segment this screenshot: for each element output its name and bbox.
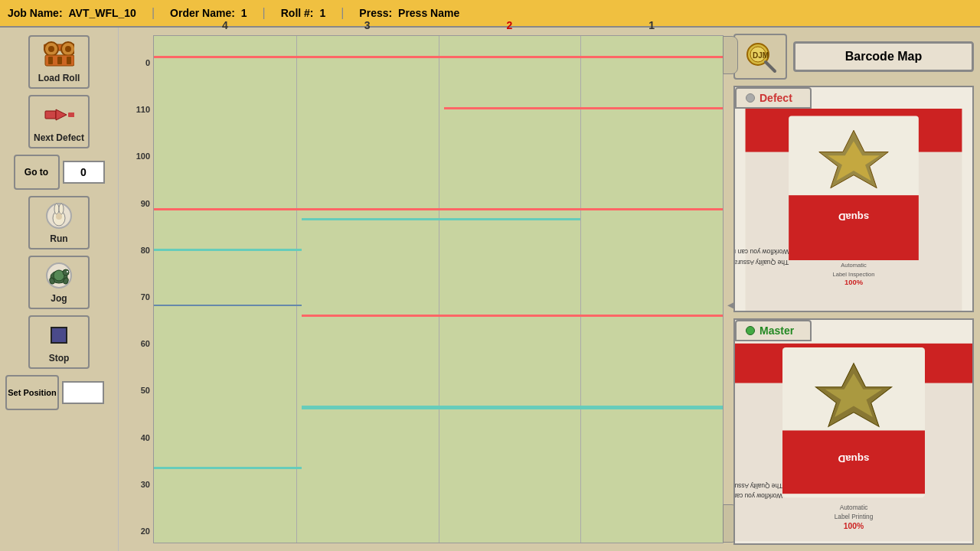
stop-button[interactable]: Stop: [28, 315, 90, 369]
defect-tab: Defect: [735, 87, 812, 109]
stop-icon: [44, 321, 74, 350]
defect-line-11: [302, 406, 723, 409]
master-tab-indicator: [746, 326, 755, 335]
svg-text:Workflow you can rely on: Workflow you can rely on: [735, 492, 782, 499]
svg-point-22: [63, 269, 69, 276]
defect-line-2: [444, 56, 723, 58]
svg-rect-8: [67, 57, 71, 64]
svg-text:Label Inspection: Label Inspection: [833, 271, 875, 278]
y-label-30: 30: [141, 480, 150, 489]
y-axis: 0 110 100 90 80 70 60 50 40 30 20: [122, 35, 153, 543]
svg-point-15: [59, 204, 64, 214]
roll-top: [723, 36, 738, 74]
set-position-input[interactable]: [62, 381, 104, 404]
set-position-button[interactable]: Set Position: [5, 375, 59, 410]
next-defect-button[interactable]: Next Defect: [28, 95, 90, 148]
svg-rect-7: [57, 57, 62, 64]
goto-button[interactable]: Go to: [14, 155, 60, 190]
run-button[interactable]: Run: [28, 196, 90, 249]
sidebar: Load Roll Next Defect Go to: [0, 28, 119, 551]
svg-text:Automatic: Automatic: [841, 262, 867, 269]
svg-point-23: [67, 271, 68, 272]
svg-line-26: [766, 62, 775, 71]
y-label-20: 20: [141, 527, 150, 536]
master-panel: Master Automatic Label Pr: [733, 318, 974, 545]
master-label-svg: Automatic Label Printing 100% squaD Work…: [735, 341, 972, 543]
y-label-0: 0: [145, 58, 150, 67]
defect-tab-indicator: [746, 93, 755, 103]
defect-line-12: [154, 467, 302, 469]
col-headers: 4 3 2 1: [154, 15, 723, 36]
barcode-map-button[interactable]: Barcode Map: [793, 41, 974, 72]
defect-line-4: [154, 208, 302, 210]
svg-rect-9: [45, 111, 56, 119]
load-roll-icon: [44, 41, 74, 70]
y-label-60: 60: [141, 339, 150, 348]
goto-row: Go to: [14, 155, 105, 190]
svg-point-4: [65, 46, 71, 52]
svg-marker-10: [56, 109, 67, 120]
defect-line-5: [302, 208, 723, 210]
svg-text:Workflow you can rely on: Workflow you can rely on: [735, 248, 789, 256]
y-label-100: 100: [136, 152, 150, 161]
svg-point-2: [48, 46, 54, 52]
svg-text:squaD: squaD: [838, 453, 869, 465]
defect-line-10: [444, 315, 723, 317]
col-divider-2: [439, 36, 439, 543]
defect-line-3: [444, 107, 723, 109]
load-roll-button[interactable]: Load Roll: [28, 35, 90, 89]
chart-inner: 4 3 2 1: [153, 35, 724, 543]
col-header-4: 4: [154, 15, 296, 36]
defect-line-6: [302, 218, 580, 220]
run-icon: [44, 201, 74, 230]
svg-text:100%: 100%: [844, 522, 864, 530]
defect-line-1: [154, 56, 444, 58]
svg-text:Automatic: Automatic: [840, 504, 868, 511]
chart-container: 0 110 100 90 80 70 60 50 40 30 20 4 3 2: [122, 35, 724, 543]
jog-button[interactable]: Jog: [28, 256, 90, 309]
defect-line-8: [154, 305, 302, 306]
y-label-80: 80: [141, 246, 150, 255]
main-layout: Load Roll Next Defect Go to: [0, 28, 980, 551]
col-header-3: 3: [296, 15, 439, 36]
defect-line-7: [154, 249, 302, 251]
master-tab: Master: [735, 320, 812, 341]
defect-panel: Defect The Quality Assuran: [733, 86, 974, 312]
master-panel-content: Automatic Label Printing 100% squaD Work…: [735, 341, 972, 543]
svg-text:The Quality Assurance: The Quality Assurance: [735, 259, 789, 266]
barcode-icon-button[interactable]: DJM: [733, 34, 787, 80]
svg-rect-6: [48, 57, 53, 64]
barcode-row: DJM Barcode Map: [733, 34, 974, 80]
col-divider-3: [580, 36, 581, 543]
y-label-50: 50: [141, 386, 150, 395]
right-panel: DJM Barcode Map Defect: [727, 28, 980, 551]
jog-icon: [44, 261, 74, 290]
svg-rect-11: [68, 112, 74, 117]
col-header-2: 2: [439, 15, 581, 36]
svg-rect-33: [789, 195, 919, 260]
svg-text:100%: 100%: [844, 278, 864, 286]
svg-text:The Quality Assurance: The Quality Assurance: [735, 482, 782, 489]
y-label-40: 40: [141, 433, 150, 442]
defect-panel-content: The Quality Assurance Workflow you can r…: [735, 109, 972, 311]
y-label-110: 110: [136, 105, 150, 114]
svg-text:Label Printing: Label Printing: [835, 514, 874, 520]
svg-point-14: [54, 204, 59, 214]
y-label-90: 90: [141, 199, 150, 208]
set-position-row: Set Position: [5, 375, 113, 410]
svg-text:DJM: DJM: [753, 51, 769, 60]
col-header-1: 1: [580, 15, 723, 36]
defect-label-svg: The Quality Assurance Workflow you can r…: [735, 109, 972, 311]
job-name: Job Name: AVT_WFL_10: [8, 7, 136, 19]
y-label-70: 70: [141, 292, 150, 302]
svg-point-16: [56, 214, 62, 220]
next-defect-icon: [44, 100, 74, 129]
goto-input[interactable]: [63, 161, 105, 184]
svg-text:squaD: squaD: [838, 211, 869, 223]
chart-area: 0 110 100 90 80 70 60 50 40 30 20 4 3 2: [119, 28, 727, 551]
